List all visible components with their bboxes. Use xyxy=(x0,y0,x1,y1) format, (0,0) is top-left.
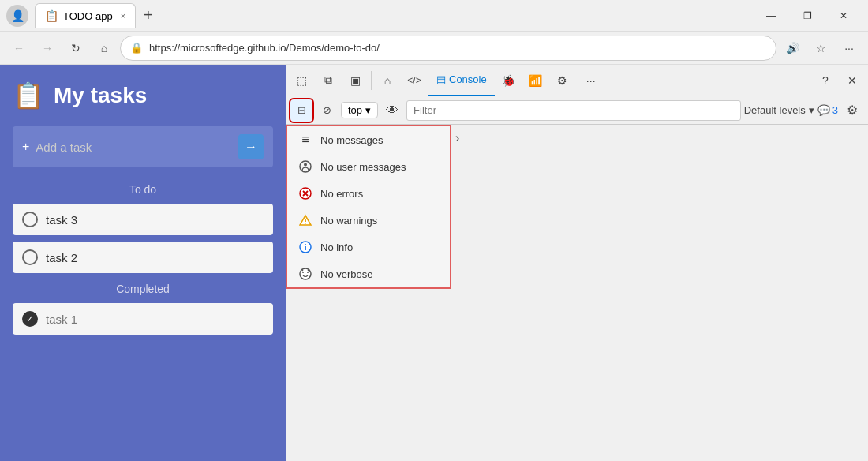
task-checkbox-checked[interactable]: ✓ xyxy=(22,311,38,327)
filter-input[interactable] xyxy=(406,100,741,121)
plus-icon: + xyxy=(22,140,29,154)
verbose-icon xyxy=(298,267,312,281)
tab-bar: 📋 TODO app × + xyxy=(35,3,158,28)
errors-icon xyxy=(298,186,312,201)
new-tab-button[interactable]: + xyxy=(139,6,158,24)
home-button[interactable]: ⌂ xyxy=(92,36,117,61)
sidebar-toggle-button[interactable]: ▣ xyxy=(342,68,368,93)
url-text: https://microsoftedge.github.io/Demos/de… xyxy=(149,42,766,54)
lock-icon: 🔒 xyxy=(130,42,143,54)
block-icon-button[interactable]: ⊘ xyxy=(316,99,338,122)
devtools-close-button[interactable]: ✕ xyxy=(840,68,865,93)
task-checkbox[interactable] xyxy=(22,249,38,265)
todo-title: My tasks xyxy=(54,83,147,108)
devtools-panel: ⬚ ⧉ ▣ ⌂ </> ▤ Console 🐞 📶 ⚙ ··· ? ✕ ⊟ ⊘ … xyxy=(286,65,868,461)
forward-button[interactable]: → xyxy=(35,36,60,61)
svg-point-7 xyxy=(305,223,306,224)
minimize-button[interactable]: — xyxy=(753,3,789,28)
tab-performance[interactable]: ⚙ xyxy=(550,68,575,93)
todo-header: 📋 My tasks xyxy=(13,81,273,111)
no-info-label: No info xyxy=(320,242,353,253)
message-count: 3 xyxy=(832,104,838,116)
console-settings-button[interactable]: ⚙ xyxy=(841,99,863,122)
context-label: top xyxy=(348,104,362,116)
favorite-button[interactable]: ☆ xyxy=(808,36,833,61)
no-verbose-item[interactable]: No verbose xyxy=(287,260,450,287)
svg-point-1 xyxy=(304,163,307,167)
clear-console-button[interactable]: ⊟ xyxy=(290,99,312,122)
todo-app: 📋 My tasks + → To do task 3 task 2 Compl… xyxy=(0,65,286,461)
avatar: 👤 xyxy=(6,5,28,27)
no-user-messages-label: No user messages xyxy=(320,161,406,173)
add-task-button[interactable]: → xyxy=(238,134,264,159)
completed-section-label: Completed xyxy=(13,283,273,295)
back-button[interactable]: ← xyxy=(6,36,32,61)
context-selector[interactable]: top ▾ xyxy=(341,102,378,118)
user-messages-icon xyxy=(298,159,312,174)
address-right: 🔊 ☆ ··· xyxy=(780,36,862,61)
inspect-element-button[interactable]: ⬚ xyxy=(289,68,314,93)
task-item[interactable]: task 3 xyxy=(13,204,273,235)
task-item[interactable]: task 2 xyxy=(13,242,273,273)
svg-point-0 xyxy=(300,161,311,172)
message-bubble-icon: 💬 xyxy=(817,104,830,116)
device-emulation-button[interactable]: ⧉ xyxy=(316,68,341,93)
console-expand-chevron: › xyxy=(455,131,459,145)
todo-app-icon: 📋 xyxy=(13,81,44,111)
task-text: task 2 xyxy=(46,251,77,264)
tab-home[interactable]: ⌂ xyxy=(375,68,400,93)
tab-close-button[interactable]: × xyxy=(121,11,125,21)
console-toolbar: ⊟ ⊘ top ▾ 👁 Default levels ▾ 💬 3 ⚙ xyxy=(286,96,868,125)
title-bar: 👤 📋 TODO app × + — ❐ ✕ xyxy=(0,0,868,32)
restore-button[interactable]: ❐ xyxy=(789,3,825,28)
default-levels-chevron: ▾ xyxy=(809,104,814,116)
filter-dropdown-menu: ≡ No messages No user messages xyxy=(286,125,451,289)
add-task-bar[interactable]: + → xyxy=(13,126,273,167)
default-levels-label: Default levels xyxy=(744,104,806,116)
no-user-messages-item[interactable]: No user messages xyxy=(287,153,450,180)
completed-task-text: task 1 xyxy=(46,313,77,326)
default-levels-selector[interactable]: Default levels ▾ xyxy=(744,104,814,116)
chevron-down-icon: ▾ xyxy=(365,104,371,116)
devtools-more-tabs-button[interactable]: ··· xyxy=(578,68,604,93)
no-warnings-label: No warnings xyxy=(320,215,377,227)
no-verbose-label: No verbose xyxy=(320,268,372,280)
tab-network[interactable]: 📶 xyxy=(523,68,548,93)
completed-task-item[interactable]: ✓ task 1 xyxy=(13,303,273,335)
add-task-input[interactable] xyxy=(36,141,232,154)
tab-debug[interactable]: 🐞 xyxy=(496,68,522,93)
title-bar-left: 👤 📋 TODO app × + xyxy=(6,3,753,28)
tab-label: TODO app xyxy=(63,10,113,22)
more-button[interactable]: ··· xyxy=(836,36,862,61)
read-aloud-button[interactable]: 🔊 xyxy=(780,36,805,61)
svg-point-9 xyxy=(305,244,306,245)
tab-source[interactable]: </> xyxy=(402,68,427,93)
window-controls: — ❐ ✕ xyxy=(753,3,862,28)
address-input[interactable]: 🔒 https://microsoftedge.github.io/Demos/… xyxy=(120,36,776,61)
no-messages-item[interactable]: ≡ No messages xyxy=(287,126,450,153)
svg-point-13 xyxy=(307,272,309,273)
message-count-badge: 💬 3 xyxy=(817,104,838,116)
no-errors-item[interactable]: No errors xyxy=(287,180,450,207)
task-text: task 3 xyxy=(46,213,77,227)
no-info-item[interactable]: No info xyxy=(287,234,450,260)
console-content: ≡ No messages No user messages xyxy=(286,125,868,461)
no-warnings-item[interactable]: No warnings xyxy=(287,207,450,234)
no-errors-label: No errors xyxy=(320,188,363,200)
eye-icon-button[interactable]: 👁 xyxy=(381,99,403,122)
messages-icon: ≡ xyxy=(298,133,312,147)
info-icon xyxy=(298,240,312,254)
devtools-toolbar: ⬚ ⧉ ▣ ⌂ </> ▤ Console 🐞 📶 ⚙ ··· ? ✕ xyxy=(286,65,868,96)
address-bar: ← → ↻ ⌂ 🔒 https://microsoftedge.github.i… xyxy=(0,32,868,65)
task-checkbox[interactable] xyxy=(22,212,38,227)
devtools-help-button[interactable]: ? xyxy=(813,68,838,93)
active-tab[interactable]: 📋 TODO app × xyxy=(35,3,136,28)
close-button[interactable]: ✕ xyxy=(825,3,862,28)
reload-button[interactable]: ↻ xyxy=(63,36,88,61)
warnings-icon xyxy=(298,213,312,227)
tab-console[interactable]: ▤ Console xyxy=(428,65,495,96)
svg-point-12 xyxy=(302,272,304,273)
toolbar-separator xyxy=(371,71,372,90)
no-messages-label: No messages xyxy=(320,134,383,146)
svg-point-11 xyxy=(300,268,311,279)
